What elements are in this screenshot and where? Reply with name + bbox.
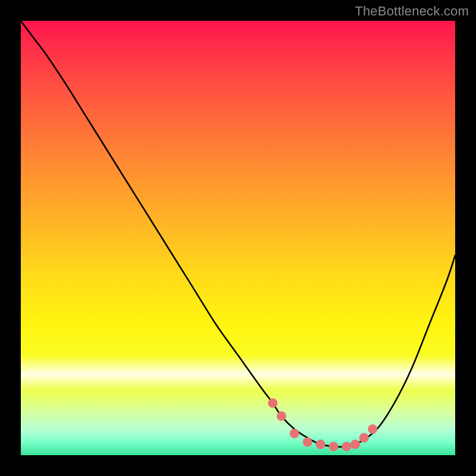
marker-dot (303, 437, 312, 447)
plot-area (21, 21, 455, 455)
low-region-markers (268, 398, 377, 451)
marker-dot (350, 440, 360, 449)
chart-frame: TheBottleneck.com (0, 0, 476, 476)
marker-dot (368, 424, 377, 434)
watermark-text: TheBottleneck.com (355, 4, 469, 19)
marker-dot (316, 440, 325, 449)
marker-dot (329, 441, 339, 451)
marker-dot (290, 429, 299, 439)
curve-svg (21, 21, 455, 455)
bottleneck-curve (21, 21, 455, 447)
marker-dot (342, 441, 352, 451)
marker-dot (277, 411, 286, 421)
marker-dot (359, 433, 369, 443)
marker-dot (268, 398, 277, 408)
